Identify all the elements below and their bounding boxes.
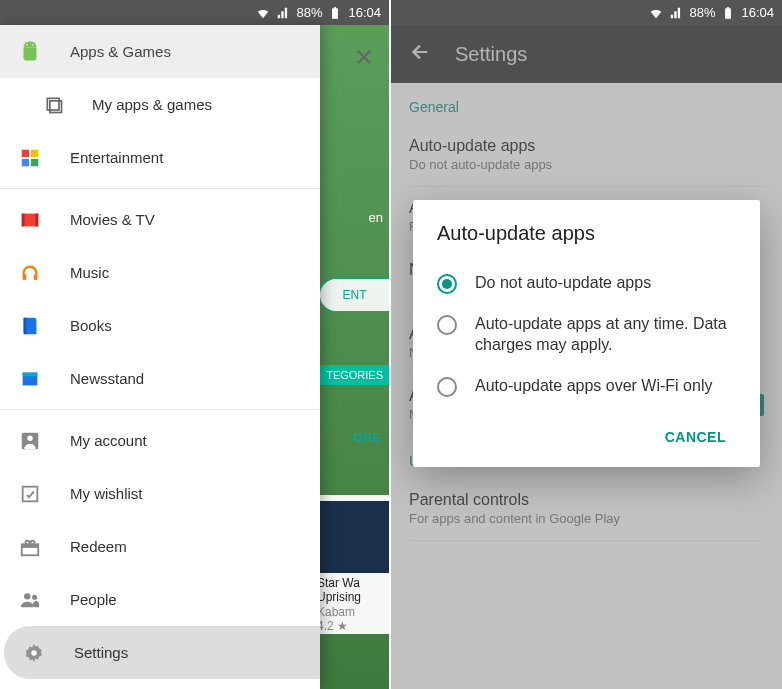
app-publisher: Kabam bbox=[317, 605, 389, 619]
app-title-line1: Star Wa bbox=[317, 576, 389, 590]
clock-text: 16:04 bbox=[348, 5, 381, 20]
radio-button[interactable] bbox=[437, 377, 457, 397]
book-icon bbox=[18, 314, 42, 338]
drawer-item-redeem[interactable]: Redeem bbox=[0, 520, 320, 573]
people-icon bbox=[18, 588, 42, 612]
drawer-item-people[interactable]: People bbox=[0, 573, 320, 626]
svg-rect-28 bbox=[727, 7, 729, 9]
close-icon bbox=[353, 46, 375, 68]
drawer-item-label: Entertainment bbox=[70, 149, 163, 166]
svg-rect-13 bbox=[23, 273, 27, 279]
app-tile-peek[interactable]: Star Wa Uprising Kabam 4.2 ★ bbox=[317, 495, 389, 634]
account-icon bbox=[18, 429, 42, 453]
cancel-button[interactable]: CANCEL bbox=[655, 421, 736, 453]
app-thumbnail bbox=[317, 501, 389, 573]
svg-point-3 bbox=[32, 44, 34, 46]
signal-icon bbox=[669, 6, 683, 20]
film-icon bbox=[18, 208, 42, 232]
auto-update-dialog: Auto-update apps Do not auto-update apps… bbox=[413, 200, 760, 467]
drawer-item-movies-tv[interactable]: Movies & TV bbox=[0, 193, 320, 246]
radio-button[interactable] bbox=[437, 315, 457, 335]
radio-option-0[interactable]: Do not auto-update apps bbox=[437, 263, 736, 304]
svg-rect-7 bbox=[31, 149, 38, 156]
close-button[interactable] bbox=[353, 46, 375, 72]
drawer-item-entertainment[interactable]: Entertainment bbox=[0, 131, 320, 184]
status-bar: 88% 16:04 bbox=[0, 0, 389, 25]
drawer-item-label: My wishlist bbox=[70, 485, 143, 502]
play-settings-screen: 88% 16:04 Settings General Auto-update a… bbox=[391, 0, 782, 689]
status-bar: 88% 16:04 bbox=[391, 0, 782, 25]
drawer-item-my-account[interactable]: My account bbox=[0, 414, 320, 467]
drawer-item-label: Movies & TV bbox=[70, 211, 155, 228]
wishlist-icon bbox=[18, 482, 42, 506]
battery-icon bbox=[328, 6, 342, 20]
svg-rect-17 bbox=[23, 372, 38, 376]
svg-rect-6 bbox=[22, 149, 29, 156]
signal-icon bbox=[276, 6, 290, 20]
install-button-fragment[interactable]: ENT bbox=[319, 278, 389, 312]
drawer-item-label: Books bbox=[70, 317, 112, 334]
svg-point-2 bbox=[26, 44, 28, 46]
battery-text: 88% bbox=[689, 5, 715, 20]
svg-rect-27 bbox=[726, 8, 732, 18]
drawer-item-label: Redeem bbox=[70, 538, 127, 555]
app-title-line2: Uprising bbox=[317, 590, 389, 604]
divider bbox=[0, 188, 320, 189]
svg-rect-1 bbox=[334, 7, 336, 9]
svg-rect-14 bbox=[34, 273, 38, 279]
radio-option-2[interactable]: Auto-update apps over Wi-Fi only bbox=[437, 366, 736, 407]
android-icon bbox=[18, 40, 42, 64]
library-icon bbox=[42, 93, 66, 117]
radio-option-1[interactable]: Auto-update apps at any time. Data charg… bbox=[437, 304, 736, 366]
wifi-icon bbox=[649, 6, 663, 20]
svg-rect-8 bbox=[22, 158, 29, 165]
play-store-drawer-screen: 88% 16:04 en ENT TEGORIES ORE Star Wa Up… bbox=[0, 0, 391, 689]
radio-label: Auto-update apps at any time. Data charg… bbox=[475, 314, 736, 356]
svg-rect-15 bbox=[24, 317, 27, 334]
radio-button[interactable] bbox=[437, 274, 457, 294]
drawer-header-apps-games[interactable]: Apps & Games bbox=[0, 25, 320, 78]
svg-rect-9 bbox=[31, 158, 38, 165]
redeem-icon bbox=[18, 535, 42, 559]
drawer-item-my-wishlist[interactable]: My wishlist bbox=[0, 467, 320, 520]
drawer-item-newsstand[interactable]: Newsstand bbox=[0, 352, 320, 405]
radio-label: Do not auto-update apps bbox=[475, 273, 651, 294]
svg-point-26 bbox=[31, 650, 37, 656]
svg-point-23 bbox=[24, 593, 30, 599]
dialog-actions: CANCEL bbox=[437, 407, 736, 453]
drawer-item-label: Settings bbox=[74, 644, 128, 661]
svg-point-19 bbox=[27, 435, 33, 441]
svg-point-24 bbox=[32, 594, 37, 599]
drawer-item-label: Newsstand bbox=[70, 370, 144, 387]
drawer-item-label: My account bbox=[70, 432, 147, 449]
svg-rect-22 bbox=[22, 544, 39, 548]
more-link-fragment[interactable]: ORE bbox=[353, 430, 381, 445]
drawer-item-settings[interactable]: Settings bbox=[4, 626, 320, 679]
newsstand-icon bbox=[18, 367, 42, 391]
dialog-title: Auto-update apps bbox=[437, 222, 736, 245]
radio-label: Auto-update apps over Wi-Fi only bbox=[475, 376, 712, 397]
bg-text-fragment: en bbox=[369, 210, 383, 225]
drawer-header-label: Apps & Games bbox=[70, 43, 171, 60]
svg-rect-20 bbox=[23, 486, 38, 501]
drawer-item-label: People bbox=[70, 591, 117, 608]
categories-fragment[interactable]: TEGORIES bbox=[320, 365, 389, 385]
clock-text: 16:04 bbox=[741, 5, 774, 20]
divider bbox=[0, 409, 320, 410]
drawer-item-my-apps-games[interactable]: My apps & games bbox=[0, 78, 320, 131]
navigation-drawer: Apps & Games My apps & gamesEntertainmen… bbox=[0, 25, 320, 689]
shapes-icon bbox=[18, 146, 42, 170]
battery-icon bbox=[721, 6, 735, 20]
battery-text: 88% bbox=[296, 5, 322, 20]
svg-rect-12 bbox=[36, 213, 39, 226]
svg-rect-0 bbox=[333, 8, 339, 18]
drawer-item-books[interactable]: Books bbox=[0, 299, 320, 352]
svg-rect-11 bbox=[22, 213, 25, 226]
drawer-item-label: My apps & games bbox=[92, 96, 212, 113]
app-rating: 4.2 ★ bbox=[317, 619, 389, 633]
wifi-icon bbox=[256, 6, 270, 20]
headphones-icon bbox=[18, 261, 42, 285]
gear-icon bbox=[22, 641, 46, 665]
drawer-item-music[interactable]: Music bbox=[0, 246, 320, 299]
drawer-item-label: Music bbox=[70, 264, 109, 281]
